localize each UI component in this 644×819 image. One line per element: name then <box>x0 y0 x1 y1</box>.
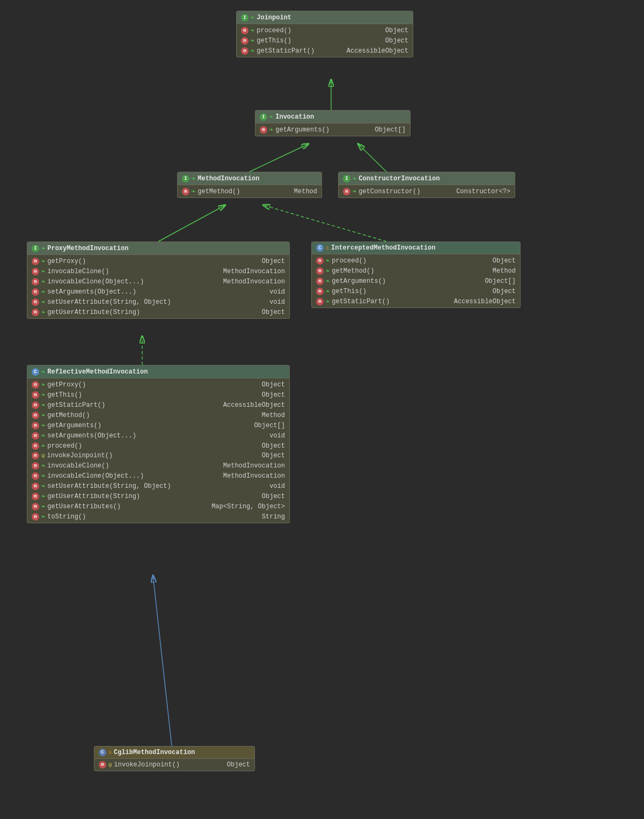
svg-line-1 <box>250 144 309 172</box>
table-row: m ❧ getProxy() Object <box>27 256 289 266</box>
method-icon: m <box>32 442 39 450</box>
constructorinvocation-header: I ❧ ConstructorInvocation <box>339 172 515 185</box>
method-icon: m <box>32 381 39 389</box>
method-icon: m <box>32 258 39 265</box>
table-row: m ❧ getStaticPart() AccessibleObject <box>27 400 289 410</box>
svg-line-4 <box>263 205 386 242</box>
constructorinvocation-box: I ❧ ConstructorInvocation m ❧ getConstru… <box>338 172 515 198</box>
mi-type-icon: I <box>182 175 189 182</box>
method-icon: m <box>32 309 39 316</box>
method-icon: m <box>241 37 248 45</box>
method-icon: m <box>316 257 324 265</box>
table-row: m ❧ getThis() Object <box>237 35 413 46</box>
table-row: m ❧ getMethod() Method <box>312 266 520 276</box>
cglib-name: CglibMethodInvocation <box>114 749 195 756</box>
table-row: m ❧ getMethod() Method <box>178 186 321 196</box>
table-row: m ❧ getMethod() Method <box>27 410 289 420</box>
invocation-body: m ❧ getArguments() Object[] <box>255 123 410 136</box>
reflectivemethodinvocation-box: C ❧ ReflectiveMethodInvocation m ❧ getPr… <box>27 365 290 523</box>
method-icon: m <box>32 482 39 490</box>
method-icon: m <box>316 277 324 285</box>
table-row: m ❧ getConstructor() Constructor<?> <box>339 186 515 196</box>
table-row: m ❧ invocableClone(Object...) MethodInvo… <box>27 471 289 481</box>
table-row: m ❧ invocableClone() MethodInvocation <box>27 266 289 276</box>
table-row: m ❧ getStaticPart() AccessibleObject <box>312 296 520 306</box>
rmi-type-icon: C <box>32 368 39 376</box>
method-icon: m <box>32 462 39 470</box>
pmi-type-icon: I <box>32 245 39 252</box>
cglib-type-icon: C <box>99 749 106 756</box>
table-row: m ❧ getUserAttributes() Map<String, Obje… <box>27 501 289 511</box>
joinpoint-vis-icon: ❧ <box>251 13 254 21</box>
joinpoint-box: I ❧ Joinpoint m ❧ proceed() Object m ❧ g… <box>236 11 413 57</box>
table-row: m ❧ getArguments() Object[] <box>312 276 520 286</box>
svg-line-3 <box>158 205 225 242</box>
methodinvocation-header: I ❧ MethodInvocation <box>178 172 321 185</box>
ci-type-icon: I <box>343 175 350 182</box>
method-icon: m <box>316 267 324 275</box>
method-icon: m <box>241 27 248 34</box>
table-row: m ❧ getThis() Object <box>312 286 520 296</box>
table-row: m ❧ setArguments(Object...) void <box>27 430 289 441</box>
svg-line-2 <box>358 144 386 172</box>
method-icon: m <box>260 126 267 134</box>
method-icon: m <box>32 288 39 296</box>
table-row: m ψ invokeJoinpoint() Object <box>94 760 254 770</box>
method-icon: m <box>32 298 39 306</box>
method-icon: m <box>32 401 39 409</box>
rmi-body: m ❧ getProxy() Object m ❧ getThis() Obje… <box>27 378 289 523</box>
rmi-header: C ❧ ReflectiveMethodInvocation <box>27 365 289 378</box>
table-row: m ❧ setUserAttribute(String, Object) voi… <box>27 481 289 491</box>
method-icon: m <box>343 188 350 195</box>
pmi-body: m ❧ getProxy() Object m ❧ invocableClone… <box>27 255 289 318</box>
method-icon: m <box>32 268 39 275</box>
pmi-header: I ❧ ProxyMethodInvocation <box>27 242 289 255</box>
svg-line-6 <box>153 575 172 746</box>
table-row: m ❧ invocableClone() MethodInvocation <box>27 460 289 471</box>
table-row: m ❧ getThis() Object <box>27 390 289 400</box>
imi-type-icon: C <box>316 244 324 252</box>
method-icon: m <box>32 278 39 286</box>
table-row: m ❧ proceed() Object <box>237 25 413 35</box>
table-row: m ❧ getStaticPart() AccessibleObject <box>237 46 413 56</box>
invocation-name: Invocation <box>275 113 314 121</box>
methodinvocation-box: I ❧ MethodInvocation m ❧ getMethod() Met… <box>177 172 322 198</box>
rmi-name: ReflectiveMethodInvocation <box>47 368 148 376</box>
invocation-box: I ❧ Invocation m ❧ getArguments() Object… <box>255 110 411 136</box>
method-icon: m <box>32 452 39 459</box>
table-row: m ❧ getProxy() Object <box>27 379 289 390</box>
table-row: m ❧ setUserAttribute(String, Object) voi… <box>27 297 289 307</box>
joinpoint-type-icon: I <box>241 14 248 21</box>
table-row: m ❧ proceed() Object <box>27 441 289 451</box>
cglib-body: m ψ invokeJoinpoint() Object <box>94 759 254 771</box>
method-icon: m <box>32 513 39 521</box>
proxymethodinvocation-box: I ❧ ProxyMethodInvocation m ❧ getProxy()… <box>27 242 290 319</box>
joinpoint-name: Joinpoint <box>257 14 291 21</box>
constructorinvocation-name: ConstructorInvocation <box>358 175 440 182</box>
method-icon: m <box>316 298 324 305</box>
method-icon: m <box>316 288 324 295</box>
diagram-container: I ❧ Joinpoint m ❧ proceed() Object m ❧ g… <box>0 0 644 819</box>
table-row: m ψ invokeJoinpoint() Object <box>27 451 289 460</box>
pmi-name: ProxyMethodInvocation <box>47 245 128 252</box>
methodinvocation-body: m ❧ getMethod() Method <box>178 185 321 198</box>
cglib-header: C a CglibMethodInvocation <box>94 747 254 759</box>
invocation-type-icon: I <box>260 113 267 121</box>
interceptedmethodinvocation-box: C a InterceptedMethodInvocation m ❧ proc… <box>311 242 521 308</box>
imi-body: m ❧ proceed() Object m ❧ getMethod() Met… <box>312 254 520 308</box>
cglibmethodinvocation-box: C a CglibMethodInvocation m ψ invokeJoin… <box>94 746 255 771</box>
table-row: m ❧ getUserAttribute(String) Object <box>27 307 289 317</box>
table-row: m ❧ getUserAttribute(String) Object <box>27 491 289 501</box>
table-row: m ❧ invocableClone(Object...) MethodInvo… <box>27 276 289 287</box>
method-icon: m <box>32 412 39 419</box>
table-row: m ❧ setArguments(Object...) void <box>27 287 289 297</box>
joinpoint-body: m ❧ proceed() Object m ❧ getThis() Objec… <box>237 24 413 57</box>
table-row: m ❧ getArguments() Object[] <box>255 125 410 135</box>
method-icon: m <box>241 47 248 55</box>
constructorinvocation-body: m ❧ getConstructor() Constructor<?> <box>339 185 515 198</box>
joinpoint-header: I ❧ Joinpoint <box>237 11 413 24</box>
method-icon: m <box>99 761 106 769</box>
method-icon: m <box>32 391 39 399</box>
method-icon: m <box>32 493 39 500</box>
method-icon: m <box>32 422 39 429</box>
